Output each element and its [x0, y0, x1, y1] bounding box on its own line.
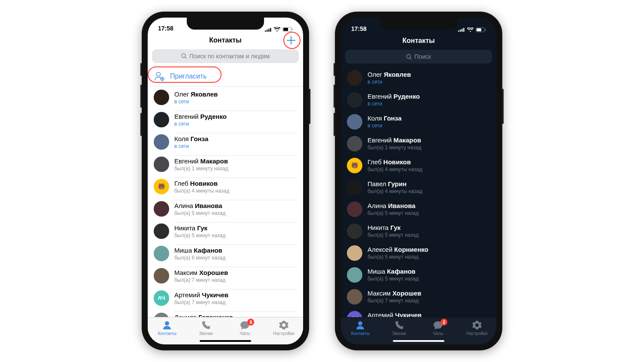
cellular-signal-icon [458, 27, 465, 32]
contact-row[interactable]: ЕвгенийРуденков сети [148, 109, 303, 131]
svg-rect-5 [283, 28, 288, 31]
contact-status: был(а) 5 минут назад [368, 232, 490, 238]
contact-list[interactable]: ОлегЯковлевв сетиЕвгенийРуденков сетиКол… [148, 87, 303, 317]
page-title: Контакты [209, 36, 241, 44]
svg-line-8 [185, 57, 186, 58]
contact-status: был(а) 5 минут назад [174, 232, 297, 238]
chats-badge: 2 [440, 319, 447, 326]
svg-rect-0 [265, 30, 266, 32]
contact-row[interactable]: АЧАртемийЧукичевбыл(а) 7 минут назад [341, 308, 496, 317]
contact-name: МишаКафанов [174, 247, 297, 254]
contacts-icon [162, 320, 172, 330]
contact-row[interactable]: МаксимХорошевбыл(а) 7 минут назад [341, 286, 496, 308]
search-input[interactable]: Поиск по контактам и людям [152, 49, 299, 63]
contact-row[interactable]: НикитаГукбыл(а) 5 минут назад [341, 220, 496, 242]
tab-chats[interactable]: 2 Чаты [422, 320, 453, 336]
contact-row[interactable]: 🐻ГлебНовиковбыл(а) 4 минуты назад [148, 175, 303, 198]
contact-list[interactable]: ОлегЯковлевв сетиЕвгенийРуденков сетиКол… [341, 67, 496, 317]
avatar [347, 92, 362, 108]
home-indicator [200, 340, 251, 342]
avatar [347, 136, 362, 151]
contact-status: в сети [368, 101, 490, 107]
tab-label: Чаты [240, 331, 250, 336]
tab-contacts[interactable]: Контакты [152, 320, 182, 336]
contact-row[interactable]: КоляГонзав сети [341, 111, 496, 133]
contact-row[interactable]: ОлегЯковлевв сети [341, 67, 496, 89]
contact-row[interactable]: АлинаИвановабыл(а) 5 минут назад [341, 198, 496, 220]
phone-icon [394, 320, 404, 330]
contact-name: НикитаГук [174, 224, 297, 232]
contact-status: был(а) 5 минут назад [368, 276, 490, 282]
contact-status: был(а) 7 минут назад [368, 298, 490, 304]
avatar [154, 223, 169, 239]
contact-name: ПавелГурин [368, 180, 490, 188]
contact-status: был(а) 5 минут назад [368, 254, 490, 260]
tab-settings[interactable]: Настройки [268, 320, 299, 336]
contact-row[interactable]: АЧАртемийЧукичевбыл(а) 7 минут назад [148, 287, 303, 309]
contact-row[interactable]: ЕвгенийМакаровбыл(а) 1 минуту назад [148, 153, 303, 175]
svg-rect-3 [270, 28, 271, 32]
chats-badge: 8 [247, 319, 254, 326]
svg-rect-14 [462, 29, 463, 32]
contact-status: был(а) 4 минуты назад [368, 188, 490, 194]
contact-row[interactable]: ДанилаГаращенкобыл(а) 9 минут назад [148, 309, 303, 317]
contact-row[interactable]: МишаКафановбыл(а) 6 минут назад [148, 242, 303, 265]
avatar [347, 289, 362, 305]
contact-name: НикитаГук [368, 224, 490, 232]
tab-calls[interactable]: Звонки [191, 320, 222, 336]
contact-status: был(а) 1 минуту назад [174, 166, 297, 172]
tab-label: Чаты [433, 331, 443, 336]
contact-row[interactable]: КоляГонзав сети [148, 131, 303, 153]
add-contact-button[interactable] [285, 34, 297, 46]
avatar [154, 134, 169, 150]
contact-name: КоляГонза [368, 115, 490, 122]
contact-name: ЕвгенийРуденко [174, 113, 297, 121]
contact-status: в сети [174, 143, 297, 149]
contact-row[interactable]: ПавелГуринбыл(а) 4 минуты назад [341, 176, 496, 198]
tab-calls[interactable]: Звонки [384, 320, 415, 336]
phone-dark: 17:58 Контакты Поиск ОлегЯковлевв сетиЕв… [335, 12, 502, 350]
contact-name: ДанилаГаращенко [174, 314, 297, 317]
contact-name: ГлебНовиков [368, 158, 490, 166]
contact-row[interactable]: ОлегЯковлевв сети [148, 87, 303, 109]
contact-row[interactable]: 🐻ГлебНовиковбыл(а) 4 минуты назад [341, 154, 496, 176]
tab-contacts[interactable]: Контакты [345, 320, 376, 336]
contacts-icon [355, 320, 365, 330]
contact-status: был(а) 5 минут назад [174, 210, 297, 216]
avatar [347, 202, 362, 217]
contact-name: АлинаИванова [174, 202, 297, 210]
page-title: Контакты [402, 37, 434, 45]
contact-row[interactable]: АлексейКорниенкобыл(а) 5 минут назад [341, 242, 496, 264]
contact-row[interactable]: МишаКафановбыл(а) 5 минут назад [341, 264, 496, 286]
tab-chats[interactable]: 8 Чаты [229, 320, 260, 336]
contact-row[interactable]: АлинаИвановабыл(а) 5 минут назад [148, 198, 303, 220]
svg-rect-2 [268, 29, 270, 32]
contact-name: АлексейКорниенко [368, 246, 490, 253]
gear-icon [279, 320, 289, 330]
contact-row[interactable]: ЕвгенийРуденков сети [341, 89, 496, 111]
tab-label: Звонки [199, 331, 213, 336]
search-placeholder: Поиск по контактам и людям [189, 53, 270, 60]
svg-point-9 [157, 72, 161, 76]
contact-name: АртемийЧукичев [174, 291, 297, 299]
avatar: АЧ [154, 290, 169, 306]
contact-status: был(а) 6 минут назад [174, 255, 297, 261]
contact-name: ЕвгенийМакаров [368, 136, 490, 144]
search-input[interactable]: Поиск [345, 50, 492, 63]
search-placeholder: Поиск [414, 53, 431, 60]
avatar [347, 245, 362, 261]
tab-settings[interactable]: Настройки [462, 320, 492, 336]
avatar [347, 223, 362, 239]
contact-row[interactable]: ЕвгенийМакаровбыл(а) 1 минуту назад [341, 133, 496, 154]
svg-rect-1 [267, 30, 268, 32]
contact-name: АртемийЧукичев [368, 311, 490, 317]
contact-name: ЕвгенийРуденко [368, 93, 490, 100]
invite-button[interactable]: Пригласить [148, 66, 303, 87]
status-time: 17:58 [351, 25, 367, 32]
wifi-icon [467, 27, 474, 32]
contact-row[interactable]: НикитаГукбыл(а) 5 минут назад [148, 220, 303, 242]
svg-rect-17 [477, 28, 481, 31]
battery-icon [476, 27, 486, 32]
contact-row[interactable]: МаксимХорошевбыл(а) 7 минут назад [148, 265, 303, 287]
contact-status: был(а) 4 минуты назад [174, 188, 297, 194]
